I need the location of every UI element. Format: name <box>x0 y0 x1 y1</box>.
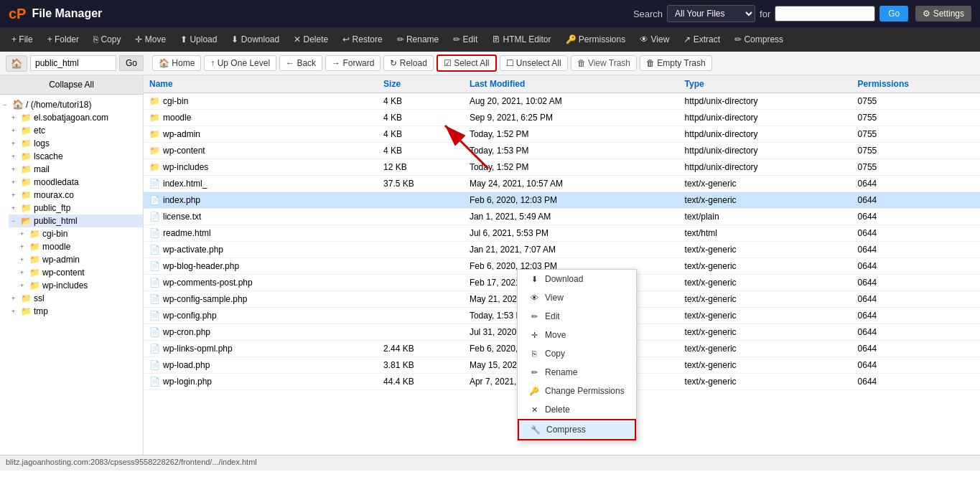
search-go-button[interactable]: Go <box>879 6 908 22</box>
tree-item-mail[interactable]: + 📁 mail <box>9 163 143 176</box>
ctx-copy[interactable]: ⎘ Copy <box>518 344 636 363</box>
tree-item-etc[interactable]: + 📁 etc <box>9 124 143 137</box>
table-row[interactable]: 📁 wp-content 4 KB Today, 1:53 PM httpd/u… <box>144 143 980 159</box>
col-type[interactable]: Type <box>679 75 852 93</box>
cell-name: 📄 license.txt <box>144 209 378 225</box>
select-all-button[interactable]: ☑ Select All <box>437 55 497 72</box>
tree-item-lscache[interactable]: + 📁 lscache <box>9 150 143 163</box>
tree-item-public-html[interactable]: − 📂 public_html <box>9 214 143 227</box>
tree-item-tmp[interactable]: + 📁 tmp <box>9 305 143 318</box>
table-row[interactable]: 📄 index.php Feb 6, 2020, 12:03 PM text/x… <box>144 192 980 209</box>
table-row[interactable]: 📁 cgi-bin 4 KB Aug 20, 2021, 10:02 AM ht… <box>144 93 980 110</box>
move-button[interactable]: ✛ Move <box>129 32 172 47</box>
path-input[interactable] <box>30 55 116 71</box>
go-path-button[interactable]: Go <box>119 55 144 71</box>
ctx-rename[interactable]: ✏ Rename <box>518 363 636 382</box>
ctx-change-permissions[interactable]: 🔑 Change Permissions <box>518 382 636 400</box>
ctx-compress[interactable]: 🔧 Compress <box>518 419 636 440</box>
table-row[interactable]: 📄 wp-activate.php Jan 21, 2021, 7:07 AM … <box>144 242 980 258</box>
file-name: wp-comments-post.php <box>163 278 253 288</box>
tree-item-root[interactable]: − 🏠 / (/home/tutori18) <box>0 98 143 111</box>
back-button[interactable]: ← Back <box>279 55 322 71</box>
cell-size <box>378 192 464 209</box>
tree-item-el-sobatjagoan[interactable]: + 📁 el.sobatjagoan.com <box>9 111 143 124</box>
ctx-compress-icon: 🔧 <box>531 425 541 435</box>
tree-item-ssl[interactable]: + 📁 ssl <box>9 292 143 305</box>
table-row[interactable]: 📁 moodle 4 KB Sep 9, 2021, 6:25 PM httpd… <box>144 110 980 126</box>
reload-button[interactable]: ↻ Reload <box>383 55 433 71</box>
cell-modified: Feb 6, 2020, 12:03 PM <box>464 192 679 209</box>
tree-item-wp-content[interactable]: + 📁 wp-content <box>17 266 143 279</box>
tree-item-wp-admin[interactable]: + 📁 wp-admin <box>17 253 143 266</box>
tree-label-moodle: moodle <box>42 242 70 252</box>
ctx-edit[interactable]: ✏ Edit <box>518 307 636 326</box>
tree-item-cgi-bin[interactable]: + 📁 cgi-bin <box>17 227 143 240</box>
file-button[interactable]: + File <box>6 32 39 47</box>
edit-button[interactable]: ✏ Edit <box>447 32 483 47</box>
collapse-all-button[interactable]: Collapse All <box>0 75 143 95</box>
home-button[interactable]: 🏠 Home <box>152 55 201 71</box>
unselect-all-button[interactable]: ☐ Unselect All <box>500 55 568 71</box>
col-size[interactable]: Size <box>378 75 464 93</box>
cell-permissions: 0644 <box>852 275 980 291</box>
table-row[interactable]: 📁 wp-admin 4 KB Today, 1:52 PM httpd/uni… <box>144 126 980 143</box>
tree-item-moodledata[interactable]: + 📁 moodledata <box>9 176 143 189</box>
tree-item-moodle[interactable]: + 📁 moodle <box>17 240 143 253</box>
restore-button[interactable]: ↩ Restore <box>337 32 388 47</box>
tree-item-logs[interactable]: + 📁 logs <box>9 137 143 150</box>
tree-item-public-ftp[interactable]: + 📁 public_ftp <box>9 202 143 214</box>
home-icon-btn[interactable]: 🏠 <box>6 55 27 72</box>
tree-item-mourax[interactable]: + 📁 mourax.co <box>9 189 143 202</box>
delete-button[interactable]: ✕ Delete <box>288 32 334 47</box>
tree-label-wp-content: wp-content <box>42 268 85 278</box>
ctx-delete[interactable]: ✕ Delete <box>518 400 636 419</box>
view-trash-button[interactable]: 🗑 View Trash <box>571 55 637 71</box>
copy-button[interactable]: ⎘ Copy <box>88 32 126 47</box>
tree-label-root: / (/home/tutori18) <box>26 100 91 110</box>
cell-permissions: 0644 <box>852 291 980 308</box>
empty-trash-button[interactable]: 🗑 Empty Trash <box>640 55 712 71</box>
file-icon: 📄 <box>149 179 160 189</box>
col-name[interactable]: Name <box>144 75 378 93</box>
cell-permissions: 0644 <box>852 225 980 242</box>
forward-button[interactable]: → Forward <box>325 55 381 71</box>
download-button[interactable]: ⬇ Download <box>225 32 285 47</box>
folder-button[interactable]: + Folder <box>42 32 85 47</box>
ctx-download[interactable]: ⬇ Download <box>518 270 636 288</box>
col-modified[interactable]: Last Modified <box>464 75 679 93</box>
cell-permissions: 0644 <box>852 176 980 192</box>
view-button[interactable]: 👁 View <box>634 32 675 47</box>
ctx-download-label: Download <box>545 274 583 284</box>
file-name: wp-login.php <box>163 377 212 387</box>
col-permissions[interactable]: Permissions <box>852 75 980 93</box>
cell-size <box>378 291 464 308</box>
cell-modified: Sep 9, 2021, 6:25 PM <box>464 110 679 126</box>
cell-size: 4 KB <box>378 93 464 110</box>
search-input[interactable] <box>775 6 875 22</box>
cell-name: 📁 wp-includes <box>144 159 378 176</box>
settings-button[interactable]: ⚙ Settings <box>915 6 971 22</box>
cell-permissions: 0755 <box>852 110 980 126</box>
html-editor-button[interactable]: 🖹 HTML Editor <box>486 32 556 47</box>
table-row[interactable]: 📄 index.html_ 37.5 KB May 24, 2021, 10:5… <box>144 176 980 192</box>
file-area: Name Size Last Modified Type Permissions… <box>144 75 980 455</box>
cell-size <box>378 308 464 324</box>
file-icon: 📄 <box>149 278 160 288</box>
status-url: blitz.jagoanhosting.com:2083/cpsess95582… <box>6 458 257 466</box>
table-row[interactable]: 📁 wp-includes 12 KB Today, 1:52 PM httpd… <box>144 159 980 176</box>
search-scope-select[interactable]: All Your Files File Names Only <box>667 5 755 22</box>
compress-toolbar-button[interactable]: ✏ Compress <box>729 32 789 47</box>
ctx-move[interactable]: ✛ Move <box>518 326 636 344</box>
upload-button[interactable]: ⬆ Upload <box>174 32 223 47</box>
folder-icon: 📁 <box>149 129 160 139</box>
tree-item-wp-includes[interactable]: + 📁 wp-includes <box>17 279 143 292</box>
ctx-view[interactable]: 👁 View <box>518 288 636 307</box>
toolbar: + File + Folder ⎘ Copy ✛ Move ⬆ Upload ⬇… <box>0 27 980 52</box>
table-row[interactable]: 📄 license.txt Jan 1, 2021, 5:49 AM text/… <box>144 209 980 225</box>
table-row[interactable]: 📄 readme.html Jul 6, 2021, 5:53 PM text/… <box>144 225 980 242</box>
permissions-button[interactable]: 🔑 Permissions <box>560 32 632 47</box>
rename-button[interactable]: ✏ Rename <box>391 32 445 47</box>
up-one-level-button[interactable]: ↑ Up One Level <box>204 55 276 71</box>
ctx-move-label: Move <box>545 330 566 340</box>
extract-button[interactable]: ↗ Extract <box>678 32 726 47</box>
